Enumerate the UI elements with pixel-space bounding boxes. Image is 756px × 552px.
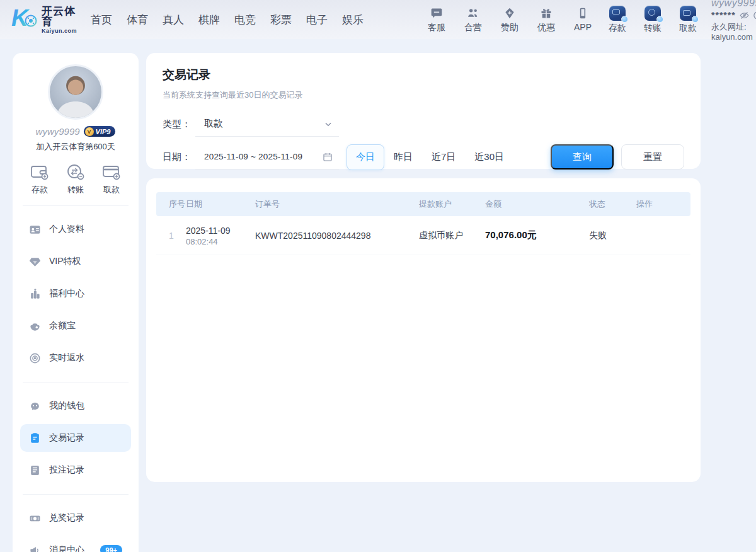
header-action-group: 客服 合营 赞助 优惠 APP [424,6,595,33]
quick-date-yesterday[interactable]: 昨日 [384,144,422,170]
sidebar-item-rebate[interactable]: 实时返水 [20,344,131,372]
header-action-label: 存款 [609,23,626,34]
quick-action-withdraw[interactable]: 取款 [102,164,121,195]
row-order-no: KWWT202511090802444298 [255,231,419,241]
table-header-date: 日期 [186,198,255,210]
nav-live-casino[interactable]: 真人 [163,13,184,27]
row-time: 08:02:44 [186,237,255,246]
quick-date-30days[interactable]: 近30日 [465,144,513,170]
permanent-url: 永久网址: kaiyun.com [711,22,756,43]
nav-sports[interactable]: 体育 [127,13,148,27]
table-header-index: 序号 [156,198,186,210]
sidebar-item-profile[interactable]: 个人资料 [20,216,131,243]
sidebar-item-yuebao[interactable]: 余额宝 [20,312,131,340]
page-subtitle: 当前系统支持查询最近30日的交易记录 [163,89,684,101]
table-row: 1 2025-11-09 08:02:44 KWWT20251109080244… [156,216,690,255]
header-action-label: 合营 [464,22,482,33]
brand-domain: Kaiyun.com [42,28,77,34]
calendar-icon [323,152,333,162]
row-date: 2025-11-09 [186,224,255,237]
sidebar-vip-badge: V VIP9 [84,126,116,137]
header-action-sponsor[interactable]: 赞助 [497,6,522,33]
ledger-icon [29,432,41,444]
table-header-amount: 金额 [485,198,589,210]
table-header-status: 状态 [589,198,636,210]
piggy-bank-icon [29,400,41,412]
type-label: 类型： [163,118,195,130]
sidebar: wywy9999 V VIP9 加入开云体育第600天 存款 转账 取款 [13,53,139,552]
sidebar-item-transactions[interactable]: 交易记录 [20,424,131,452]
sidebar-item-vip[interactable]: VIP特权 [20,248,131,275]
sidebar-item-bets[interactable]: 投注记录 [20,456,131,484]
table-header-account: 提款账户 [419,198,485,210]
search-button[interactable]: 查询 [551,144,614,170]
quick-date-today[interactable]: 今日 [346,144,384,170]
refresh-circle-icon[interactable] [753,11,756,20]
nav-entertainment[interactable]: 娱乐 [342,13,364,27]
message-count-badge: 99+ [100,545,122,552]
eye-off-icon[interactable] [740,11,749,20]
quick-action-transfer[interactable]: 转账 [66,164,85,195]
card-outline-icon [102,164,121,180]
quick-action-deposit[interactable]: 存款 [30,164,49,195]
sidebar-item-messages[interactable]: 消息中心 99+ [20,536,131,552]
date-range-value: 2025-11-09 ~ 2025-11-09 [204,152,323,161]
quick-action-label: 转账 [67,184,84,195]
header-action-partner[interactable]: 合营 [461,6,486,33]
nav-slots[interactable]: 电子 [306,13,328,27]
people-icon [466,6,480,20]
sidebar-menu-group-3: 兑奖记录 消息中心 99+ [13,495,139,552]
sidebar-item-redeem[interactable]: 兑奖记录 [20,504,131,532]
sidebar-menu-group-1: 个人资料 VIP特权 福利中心 余额宝 实时返水 [13,206,139,372]
header-action-app[interactable]: APP [570,6,595,32]
chevron-down-icon [324,120,333,129]
sidebar-item-wallet[interactable]: 我的钱包 [20,392,131,420]
header-action-deposit[interactable]: 存款 [604,6,631,34]
date-range-input[interactable]: 2025-11-09 ~ 2025-11-09 [195,144,339,170]
prize-icon [29,512,41,524]
row-account: 虚拟币账户 [419,230,485,241]
transfer-icon [644,6,661,21]
vip-shield-icon: V [85,127,94,136]
phone-icon [576,6,590,20]
nav-board-games[interactable]: 棋牌 [198,13,220,27]
brand-logo-icon: K [11,5,39,34]
sidebar-item-label: 消息中心 [49,544,84,552]
row-datetime: 2025-11-09 08:02:44 [186,224,255,246]
header-action-support[interactable]: 客服 [424,6,449,33]
transfer-outline-icon [66,164,85,180]
sidebar-item-label: 兑奖记录 [49,512,84,524]
top-bar: K 开云体育 Kaiyun.com 首页 体育 真人 棋牌 电竞 彩票 电子 娱… [0,0,756,39]
table-header-order-no: 订单号 [255,198,419,210]
deposit-icon [609,6,626,21]
type-select[interactable]: 取款 [195,112,339,137]
target-icon [29,352,41,364]
gift-icon [539,6,553,20]
sidebar-quick-actions: 存款 转账 取款 [13,164,139,195]
withdraw-icon [680,6,696,21]
vip-level: VIP9 [96,128,111,135]
brand-logo[interactable]: K 开云体育 Kaiyun.com [11,5,77,34]
nav-esports[interactable]: 电竞 [234,13,256,27]
reset-button[interactable]: 重置 [621,144,684,170]
quick-date-7days[interactable]: 近7日 [422,144,465,170]
quick-action-label: 存款 [32,184,48,195]
sidebar-avatar[interactable] [48,64,103,120]
header-action-withdraw[interactable]: 取款 [675,6,701,34]
nav-lottery[interactable]: 彩票 [270,13,292,27]
header-action-promo[interactable]: 优惠 [534,6,559,33]
masked-balance: ****** [711,10,736,21]
header-action-label: 转账 [644,23,662,34]
user-name: wywy9999 [711,0,756,9]
nav-home[interactable]: 首页 [91,13,112,27]
sidebar-item-label: 投注记录 [49,464,84,476]
header-action-transfer[interactable]: 转账 [639,6,666,34]
table-header-action: 操作 [636,198,690,210]
megaphone-icon [29,544,41,552]
sidebar-menu-group-2: 我的钱包 交易记录 投注记录 [13,382,139,484]
id-card-icon [29,224,41,236]
type-select-value: 取款 [204,118,324,130]
sidebar-item-welfare[interactable]: 福利中心 [20,280,131,308]
sidebar-user-name: wywy9999 [36,126,80,137]
sidebar-item-label: 实时返水 [49,352,84,364]
